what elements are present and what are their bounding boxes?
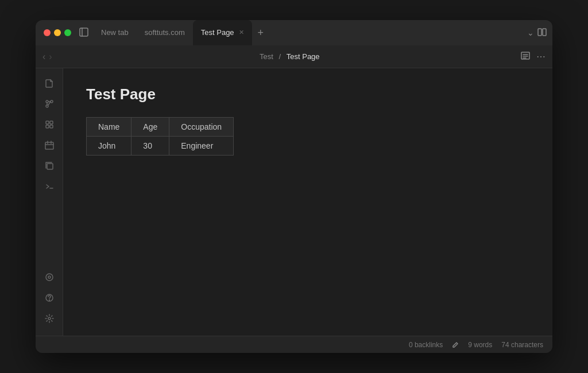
minimize-button[interactable]: [54, 29, 61, 36]
terminal-icon[interactable]: [40, 177, 59, 196]
branch-icon[interactable]: [40, 95, 59, 113]
col-header-age: Age: [131, 118, 169, 137]
nav-bar: ‹ › Test / Test Page ⋯: [36, 45, 552, 68]
split-view-icon[interactable]: [537, 28, 547, 38]
svg-point-27: [49, 300, 49, 301]
svg-point-28: [48, 317, 51, 320]
main-layout: Test Page Name Age Occupation John 30 En…: [36, 68, 552, 336]
tab-newtab-label: New tab: [101, 28, 129, 37]
nav-arrows: ‹ ›: [42, 52, 52, 62]
forward-button[interactable]: ›: [49, 52, 52, 62]
cell-name: John: [87, 137, 131, 156]
nav-right: ⋯: [520, 50, 546, 63]
svg-point-25: [48, 276, 51, 278]
title-bar: New tab softtuts.com Test Page ✕ + ⌄: [36, 20, 552, 45]
tab-newtab[interactable]: New tab: [93, 20, 137, 45]
copy-icon[interactable]: [40, 157, 59, 175]
left-sidebar: [36, 68, 63, 336]
tab-list-icon[interactable]: ⌄: [527, 28, 534, 37]
tab-close-button[interactable]: ✕: [239, 29, 244, 36]
svg-rect-18: [45, 142, 53, 149]
svg-rect-14: [46, 121, 49, 124]
breadcrumb-parent[interactable]: Test: [260, 52, 273, 61]
breadcrumb: Test / Test Page: [59, 52, 520, 61]
col-header-occupation: Occupation: [169, 118, 234, 137]
cell-occupation: Engineer: [169, 137, 234, 156]
page-title: Test Page: [86, 86, 529, 103]
words-status: 9 words: [468, 341, 492, 349]
svg-point-24: [46, 274, 53, 281]
svg-line-13: [48, 102, 51, 105]
traffic-lights: [36, 29, 79, 36]
breadcrumb-current: Test Page: [287, 52, 320, 61]
svg-rect-15: [50, 121, 53, 124]
back-button[interactable]: ‹: [42, 52, 45, 62]
table-row: John 30 Engineer: [87, 137, 234, 156]
edit-icon: [452, 341, 459, 348]
tab-testpage-label: Test Page: [201, 28, 234, 37]
svg-rect-2: [538, 29, 541, 36]
tab-softtuts[interactable]: softtuts.com: [137, 20, 193, 45]
table-header-row: Name Age Occupation: [87, 118, 234, 137]
settings-icon[interactable]: [40, 309, 59, 328]
svg-rect-17: [50, 125, 53, 128]
help-icon[interactable]: [40, 289, 59, 307]
backlinks-status: 0 backlinks: [409, 341, 443, 349]
more-options-icon[interactable]: ⋯: [536, 51, 546, 62]
tab-softtuts-label: softtuts.com: [145, 28, 185, 37]
grid-icon[interactable]: [40, 115, 59, 134]
new-tab-button[interactable]: +: [258, 27, 264, 39]
data-table: Name Age Occupation John 30 Engineer: [86, 117, 234, 156]
status-bar: 0 backlinks 9 words 74 characters: [36, 336, 552, 353]
cell-age: 30: [131, 137, 169, 156]
svg-rect-3: [543, 29, 546, 36]
tabs-area: New tab softtuts.com Test Page ✕ +: [93, 20, 521, 45]
svg-rect-22: [47, 164, 53, 169]
svg-rect-0: [80, 28, 88, 36]
snapshot-icon[interactable]: [40, 268, 59, 286]
sidebar-toggle-icon[interactable]: [79, 28, 88, 38]
close-button[interactable]: [44, 29, 51, 36]
calendar-icon[interactable]: [40, 136, 59, 154]
breadcrumb-separator: /: [279, 52, 281, 61]
content-area: Test Page Name Age Occupation John 30 En…: [63, 68, 552, 336]
col-header-name: Name: [87, 118, 131, 137]
reader-view-icon[interactable]: [520, 50, 531, 63]
file-icon[interactable]: [40, 74, 59, 92]
svg-rect-16: [46, 125, 49, 128]
maximize-button[interactable]: [64, 29, 71, 36]
tab-actions: +: [252, 20, 270, 45]
characters-status: 74 characters: [501, 341, 543, 349]
tab-extras: ⌄: [521, 28, 552, 38]
tab-testpage[interactable]: Test Page ✕: [193, 20, 252, 45]
browser-window: New tab softtuts.com Test Page ✕ + ⌄: [36, 20, 552, 353]
